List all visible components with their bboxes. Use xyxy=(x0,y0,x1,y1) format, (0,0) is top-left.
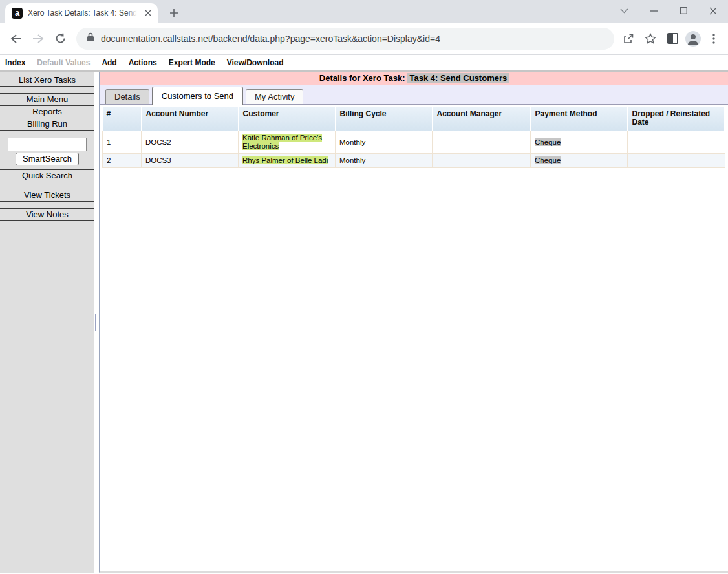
url-text: documentation.callstats.net/backend/data… xyxy=(101,34,440,44)
cell-payment-method: Cheque xyxy=(531,154,628,168)
table-header-row: # Account Number Customer Billing Cycle … xyxy=(103,107,725,131)
cell-num: 1 xyxy=(103,131,142,154)
address-bar[interactable]: documentation.callstats.net/backend/data… xyxy=(76,28,614,50)
cell-account-manager xyxy=(433,131,531,154)
kebab-menu-icon[interactable] xyxy=(705,30,723,48)
back-icon[interactable] xyxy=(6,29,26,48)
sidebar-item-quick-search[interactable]: Quick Search xyxy=(0,169,94,182)
customer-highlight: Rhys Palmer of Belle Ladi xyxy=(242,156,328,164)
menu-view-download[interactable]: View/Download xyxy=(227,57,290,69)
menu-index[interactable]: Index xyxy=(5,57,31,69)
cell-payment-method: Cheque xyxy=(531,131,628,154)
main-frame: Details for Xero Task:Task 4: Send Custo… xyxy=(99,72,728,573)
cell-customer: Katie Rahman of Price's Electronics xyxy=(239,131,336,154)
cell-account-number: DOCS2 xyxy=(142,131,239,154)
browser-toolbar: documentation.callstats.net/backend/data… xyxy=(0,23,728,55)
site-favicon-icon: a xyxy=(12,8,23,19)
frame-gutter xyxy=(94,72,99,573)
sidebar: List Xero Tasks Main Menu Reports Billin… xyxy=(0,72,94,573)
tab-details[interactable]: Details xyxy=(105,89,149,104)
site-menubar: Index Default Values Add Actions Expert … xyxy=(0,55,728,72)
sidebar-item-billing-run[interactable]: Billing Run xyxy=(0,118,94,131)
sidebar-item-view-tickets[interactable]: View Tickets xyxy=(0,189,94,202)
cell-dropped-reinstated xyxy=(628,154,725,168)
header-dropped-reinstated: Dropped / Reinstated Date xyxy=(628,107,725,131)
page-title-prefix: Details for Xero Task: xyxy=(319,73,405,83)
window-close-button[interactable] xyxy=(698,0,728,21)
tab-my-activity[interactable]: My Activity xyxy=(246,89,303,104)
payment-highlight: Cheque xyxy=(535,138,561,146)
new-tab-button[interactable] xyxy=(166,5,182,21)
header-account-number: Account Number xyxy=(142,107,239,131)
cell-account-manager xyxy=(433,154,531,168)
frame-resize-handle[interactable] xyxy=(95,314,96,331)
header-customer: Customer xyxy=(239,107,336,131)
browser-tab-title: Xero Task Details: Task 4: Send Cu xyxy=(28,8,137,17)
customer-highlight: Katie Rahman of Price's Electronics xyxy=(242,134,322,150)
tab-customers-to-send[interactable]: Customers to Send xyxy=(152,87,243,105)
sidebar-item-view-notes[interactable]: View Notes xyxy=(0,208,94,221)
forward-icon xyxy=(28,29,48,48)
window-maximize-button[interactable] xyxy=(669,0,698,21)
tab-bar: Details Customers to Send My Activity xyxy=(100,85,728,105)
tab-close-icon[interactable] xyxy=(142,7,154,19)
browser-tab[interactable]: a Xero Task Details: Task 4: Send Cu xyxy=(5,3,158,23)
sidebar-item-main-menu[interactable]: Main Menu xyxy=(0,93,94,106)
window-minimize-button[interactable] xyxy=(639,0,669,21)
menu-actions[interactable]: Actions xyxy=(129,57,163,69)
sidebar-item-reports[interactable]: Reports xyxy=(0,106,94,118)
reload-icon[interactable] xyxy=(50,29,70,48)
content-filler xyxy=(100,168,728,571)
header-billing-cycle: Billing Cycle xyxy=(336,107,433,131)
table-row: 2 DOCS3 Rhys Palmer of Belle Ladi Monthl… xyxy=(103,154,725,168)
page-title: Details for Xero Task:Task 4: Send Custo… xyxy=(100,72,728,85)
smart-search-button[interactable]: SmartSearch xyxy=(16,153,79,165)
menu-default-values: Default Values xyxy=(37,57,96,69)
bookmark-star-icon[interactable] xyxy=(641,30,659,48)
sidebar-item-list-xero-tasks[interactable]: List Xero Tasks xyxy=(0,74,94,87)
lock-icon[interactable] xyxy=(87,32,94,45)
header-num: # xyxy=(103,107,142,131)
window-controls xyxy=(609,0,728,21)
window-chevron-down-icon[interactable] xyxy=(609,0,639,21)
cell-dropped-reinstated xyxy=(628,131,725,154)
cell-billing-cycle: Monthly xyxy=(336,154,433,168)
header-payment-method: Payment Method xyxy=(531,107,628,131)
cell-customer: Rhys Palmer of Belle Ladi xyxy=(239,154,336,168)
payment-highlight: Cheque xyxy=(535,156,561,164)
cell-num: 2 xyxy=(103,154,142,168)
browser-tab-strip: a Xero Task Details: Task 4: Send Cu xyxy=(0,0,728,23)
menu-expert-mode[interactable]: Expert Mode xyxy=(169,57,221,69)
page-title-highlight: Task 4: Send Customers xyxy=(407,73,509,83)
table-row: 1 DOCS2 Katie Rahman of Price's Electron… xyxy=(103,131,725,154)
app-frameset: List Xero Tasks Main Menu Reports Billin… xyxy=(0,72,728,573)
customers-table: # Account Number Customer Billing Cycle … xyxy=(102,107,725,168)
header-account-manager: Account Manager xyxy=(433,107,531,131)
cell-account-number: DOCS3 xyxy=(142,154,239,168)
toolbar-right xyxy=(619,30,723,48)
profile-avatar[interactable] xyxy=(685,31,701,47)
cell-billing-cycle: Monthly xyxy=(336,131,433,154)
customers-table-wrap: # Account Number Customer Billing Cycle … xyxy=(100,105,728,168)
side-panel-icon[interactable] xyxy=(663,30,681,48)
menu-add[interactable]: Add xyxy=(102,57,122,69)
smart-search-input[interactable] xyxy=(8,138,87,151)
share-icon[interactable] xyxy=(619,30,637,48)
